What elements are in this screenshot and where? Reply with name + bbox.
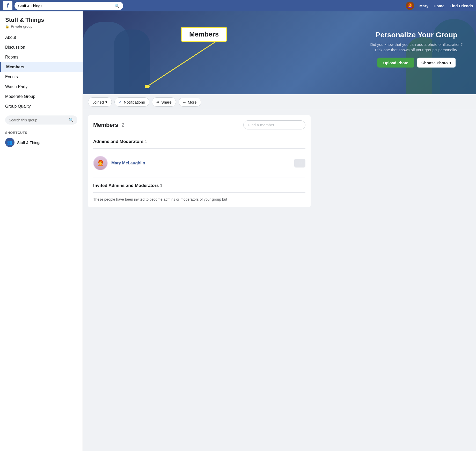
bitmoji-inner: 🧑‍🦰 [94,156,107,170]
sidebar-item-moderate-group[interactable]: Moderate Group [0,92,83,101]
hero-title: Personalize Your Group [367,31,466,39]
notifications-label: Notifications [124,100,145,104]
more-button[interactable]: ··· More [179,98,201,107]
members-count: 2 [121,122,125,128]
action-bar: Joined ▾ ✓ Notifications ➦ Share ··· Mor… [83,94,476,110]
sidebar-search-box[interactable]: 🔍 [5,115,77,125]
topnav-username[interactable]: Mary [419,4,428,8]
main-content: Members Personalize Your Group Did you k… [83,11,476,451]
section-divider-admins [93,135,305,135]
sidebar-nav: About Discussion Rooms Members Events Wa… [0,33,83,111]
find-member-input[interactable] [243,120,305,129]
invited-count: 1 [160,183,162,188]
facebook-logo[interactable]: f [3,1,12,10]
sidebar-item-about[interactable]: About [0,33,83,42]
topnav-search-input[interactable] [18,4,112,8]
lock-icon: 🔒 [5,25,9,28]
shortcuts-label: Shortcuts [0,129,83,136]
member-options-button[interactable]: ··· [294,159,305,168]
admins-moderators-title: Admins and Moderators 1 [93,139,305,144]
shortcut-group-name: Stuff & Things [17,140,41,145]
admins-count: 1 [145,139,147,144]
upload-photo-button[interactable]: Upload Photo [377,58,414,68]
joined-label: Joined [92,100,104,104]
topnav-search-box[interactable]: 🔍 [14,2,123,10]
sidebar-item-members[interactable]: Members [0,62,83,72]
sidebar-group-type-label: Private group [11,24,32,28]
sidebar-item-group-quality[interactable]: Group Quality [0,101,83,111]
choose-photo-label: Choose Photo [421,60,448,65]
hero-subtitle: Did you know that you can add a photo or… [367,42,466,53]
sidebar-item-watch-party[interactable]: Watch Party [0,82,83,92]
hero-banner: Members Personalize Your Group Did you k… [83,11,476,94]
section-divider-invited-inner [93,192,305,193]
hero-buttons: Upload Photo Choose Photo ▾ [367,58,466,68]
figure-2 [114,30,150,94]
invited-description: These people have been invited to become… [93,197,305,202]
member-name[interactable]: Mary McLaughlin [111,161,291,165]
notifications-button[interactable]: ✓ Notifications [114,97,149,107]
hero-personalize-box: Personalize Your Group Did you know that… [367,31,466,68]
topnav-find-friends-link[interactable]: Find Friends [450,4,473,8]
members-title-group: Members 2 [93,122,125,128]
members-annotation-box: Members [181,27,227,42]
section-divider-invited [93,178,305,178]
page-wrapper: Stuff & Things 🔒 Private group About Dis… [0,11,476,451]
share-icon: ➦ [156,100,160,104]
section-divider-admins-inner [93,148,305,149]
choose-photo-button[interactable]: Choose Photo ▾ [417,58,456,68]
sidebar: Stuff & Things 🔒 Private group About Dis… [0,11,83,451]
topnav: f 🔍 👩‍🦰 Mary Home Find Friends [0,0,476,11]
members-section: Members 2 Admins and Moderators 1 [83,110,476,451]
more-icon: ··· [183,100,186,104]
member-avatar: 🧑‍🦰 [93,156,108,170]
sidebar-group-name: Stuff & Things [0,17,83,23]
check-icon: ✓ [119,100,122,104]
joined-dropdown-icon: ▾ [105,100,107,104]
members-header: Members 2 [93,120,305,129]
shortcut-group-icon: 👥 [5,138,14,147]
topnav-home-link[interactable]: Home [434,4,444,8]
more-label: More [188,100,196,104]
sidebar-item-discussion[interactable]: Discussion [0,42,83,52]
share-button[interactable]: ➦ Share [152,97,176,107]
sidebar-item-rooms[interactable]: Rooms [0,52,83,62]
share-label: Share [161,100,172,104]
topnav-right: 👩‍🦰 Mary Home Find Friends [406,2,473,10]
member-row: 🧑‍🦰 Mary McLaughlin ··· [93,153,305,173]
sidebar-search-icon: 🔍 [69,118,74,122]
members-title: Members [93,122,118,128]
choose-photo-dropdown-icon: ▾ [449,60,451,65]
members-card: Members 2 Admins and Moderators 1 [88,115,311,207]
sidebar-item-events[interactable]: Events [0,72,83,82]
avatar[interactable]: 👩‍🦰 [406,2,414,10]
joined-button[interactable]: Joined ▾ [88,97,112,107]
sidebar-group-type: 🔒 Private group [0,24,83,28]
topnav-search-icon: 🔍 [114,3,120,8]
sidebar-shortcut-stuff-and-things[interactable]: 👥 Stuff & Things [0,136,83,149]
sidebar-search-input[interactable] [9,118,67,122]
invited-title: Invited Admins and Moderators 1 [93,183,305,188]
invited-section: Invited Admins and Moderators 1 These pe… [93,183,305,202]
